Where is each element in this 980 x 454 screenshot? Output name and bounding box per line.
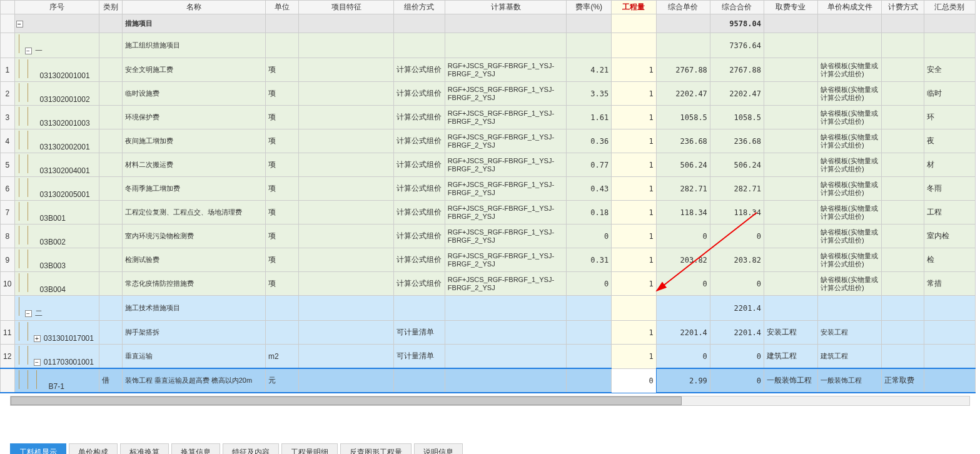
table-row[interactable]: 11+ 031301017001脚手架搭拆可计量清单12201.42201.4安…	[1, 321, 976, 345]
cell	[612, 33, 657, 58]
cell	[99, 14, 122, 33]
cell	[764, 201, 817, 224]
cell	[99, 345, 122, 369]
main-col-7[interactable]: 计算基数	[445, 1, 567, 14]
cell: 0.18	[567, 201, 612, 224]
tab-2[interactable]: 标准换算	[120, 443, 169, 454]
expand-icon[interactable]: +	[34, 335, 41, 342]
cell: 施工技术措施项目	[122, 296, 265, 321]
main-col-13[interactable]: 单价构成文件	[817, 1, 881, 14]
cell: 安全	[924, 58, 975, 82]
main-col-0[interactable]	[1, 1, 15, 14]
table-row[interactable]: 4 031302002001夜间施工增加费项计算公式组价RGF+JSCS_RGF…	[1, 129, 976, 153]
cell: 0	[710, 345, 764, 369]
table-row[interactable]: 1 031302001001安全文明施工费项计算公式组价RGF+JSCS_RGF…	[1, 58, 976, 82]
cell	[99, 153, 122, 177]
cell	[445, 14, 567, 33]
cell: 检	[924, 248, 975, 272]
main-col-14[interactable]: 计费方式	[882, 1, 924, 14]
tab-1[interactable]: 单价构成	[69, 443, 118, 454]
tab-5[interactable]: 工程量明细	[281, 443, 338, 454]
cell: − 二	[14, 296, 99, 321]
main-col-10[interactable]: 综合单价	[656, 1, 710, 14]
cell: 项	[266, 201, 299, 224]
main-col-8[interactable]: 费率(%)	[567, 1, 612, 14]
cell: 项	[266, 82, 299, 106]
cell	[393, 14, 445, 33]
cell: 03B002	[14, 224, 99, 248]
cell	[299, 201, 394, 224]
tab-6[interactable]: 反查图形工程量	[340, 443, 412, 454]
cell: 1	[612, 224, 657, 248]
cell: 506.24	[710, 153, 764, 177]
cell: −	[14, 14, 99, 33]
cell	[445, 321, 567, 345]
table-row[interactable]: B7-1借装饰工程 垂直运输及超高费 檐高以内20m元02.990一般装饰工程一…	[1, 368, 976, 393]
table-row[interactable]: 7 03B001工程定位复测、工程点交、场地清理费项计算公式组价RGF+JSCS…	[1, 201, 976, 224]
cell: 9	[1, 248, 15, 272]
cell: 安装工程	[817, 321, 881, 345]
cell: 0.43	[567, 177, 612, 201]
cell	[764, 106, 817, 129]
table-row[interactable]: 2 031302001002临时设施费项计算公式组价RGF+JSCS_RGF-F…	[1, 82, 976, 106]
table-row[interactable]: 5 031302004001材料二次搬运费项计算公式组价RGF+JSCS_RGF…	[1, 153, 976, 177]
collapse-icon[interactable]: −	[25, 310, 32, 317]
cell	[656, 296, 710, 321]
main-col-12[interactable]: 取费专业	[764, 1, 817, 14]
cell: 236.68	[656, 129, 710, 153]
cell	[764, 224, 817, 248]
main-hscroll[interactable]	[10, 396, 970, 406]
cell	[882, 58, 924, 82]
table-row[interactable]: 10 03B004常态化疫情防控措施费项计算公式组价RGF+JSCS_RGF-F…	[1, 272, 976, 296]
cell	[882, 153, 924, 177]
cell: 缺省模板(实物量或计算公式组价)	[817, 82, 881, 106]
cell	[882, 248, 924, 272]
main-grid[interactable]: 序号类别名称单位项目特征组价方式计算基数费率(%)工程量综合单价综合合价取费专业…	[0, 0, 976, 393]
collapse-icon[interactable]: −	[16, 21, 23, 28]
cell	[924, 345, 975, 369]
cell: 检测试验费	[122, 248, 265, 272]
detail-tabs[interactable]: 工料机显示单价构成标准换算换算信息特征及内容工程量明细反查图形工程量说明信息	[10, 443, 970, 454]
main-col-5[interactable]: 项目特征	[299, 1, 394, 14]
collapse-icon[interactable]: −	[34, 359, 41, 366]
main-col-3[interactable]: 名称	[122, 1, 265, 14]
main-col-1[interactable]: 序号	[14, 1, 99, 14]
table-row[interactable]: 12− 011703001001垂直运输m2可计量清单100建筑工程建筑工程	[1, 345, 976, 369]
cell: 计算公式组价	[393, 248, 445, 272]
main-col-6[interactable]: 组价方式	[393, 1, 445, 14]
cell: 2	[1, 82, 15, 106]
main-col-2[interactable]: 类别	[99, 1, 122, 14]
cell: 1	[612, 58, 657, 82]
cell	[393, 296, 445, 321]
tab-4[interactable]: 特征及内容	[223, 443, 279, 454]
cell: 装饰工程 垂直运输及超高费 檐高以内20m	[122, 368, 265, 393]
cell: 282.71	[656, 177, 710, 201]
table-row[interactable]: − 措施项目9578.04	[1, 14, 976, 33]
main-col-9[interactable]: 工程量	[612, 1, 657, 14]
table-row[interactable]: 8 03B002室内环境污染物检测费项计算公式组价RGF+JSCS_RGF-FB…	[1, 224, 976, 248]
main-col-4[interactable]: 单位	[266, 1, 299, 14]
table-row[interactable]: 3 031302001003环境保护费项计算公式组价RGF+JSCS_RGF-F…	[1, 106, 976, 129]
cell: 1	[612, 272, 657, 296]
cell: 4.21	[567, 58, 612, 82]
cell	[764, 129, 817, 153]
tab-7[interactable]: 说明信息	[414, 443, 463, 454]
table-row[interactable]: 9 03B003检测试验费项计算公式组价RGF+JSCS_RGF-FBRGF_1…	[1, 248, 976, 272]
cell: 措施项目	[122, 14, 265, 33]
cell: 12	[1, 345, 15, 369]
tab-3[interactable]: 换算信息	[171, 443, 220, 454]
cell	[882, 33, 924, 58]
cell: 0	[710, 224, 764, 248]
tab-0[interactable]: 工料机显示	[10, 443, 66, 454]
cell: 03B001	[14, 201, 99, 224]
main-col-11[interactable]: 综合合价	[710, 1, 764, 14]
table-row[interactable]: − 一施工组织措施项目7376.64	[1, 33, 976, 58]
table-row[interactable]: 6 031302005001冬雨季施工增加费项计算公式组价RGF+JSCS_RG…	[1, 177, 976, 201]
collapse-icon[interactable]: −	[25, 48, 32, 54]
cell[interactable]: 0	[612, 368, 657, 393]
main-col-15[interactable]: 汇总类别	[924, 1, 975, 14]
cell: 借	[99, 368, 122, 393]
table-row[interactable]: − 二施工技术措施项目2201.4	[1, 296, 976, 321]
cell: 282.71	[710, 177, 764, 201]
cell	[445, 368, 567, 393]
